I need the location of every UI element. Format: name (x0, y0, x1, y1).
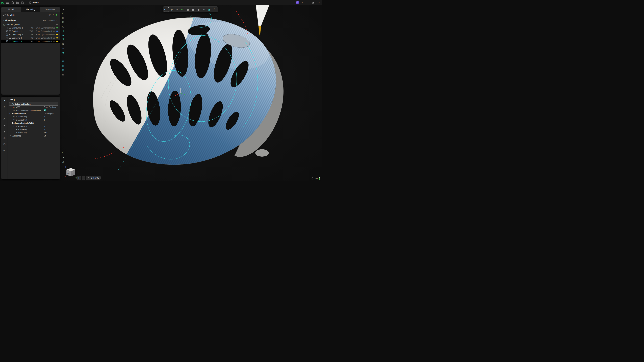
tab-model[interactable]: Model (1, 7, 21, 12)
main-menu-button[interactable] (5, 0, 10, 5)
record-icon[interactable]: ◎ (53, 37, 55, 39)
rail-more-icon[interactable]: ⋯ (2, 148, 6, 152)
axes-map-value[interactable]: Off (44, 135, 46, 137)
group-chevron-icon[interactable]: ▾ (10, 103, 11, 105)
links-settings-icon[interactable]: ⚙ (49, 13, 51, 16)
record-icon[interactable]: ◎ (53, 30, 55, 32)
shaded-sphere-icon[interactable]: ◒ (62, 155, 65, 159)
field-label: Z (AxisZPos) (16, 132, 27, 134)
close-button[interactable]: × (316, 0, 322, 5)
status-dot (56, 27, 58, 28)
side-sim-view-1-icon[interactable]: ▦ (62, 60, 65, 63)
axis-y-row[interactable]: ∕ Y (AxisYPos) 0 (10, 128, 58, 131)
rail-stock-icon[interactable]: ▢ (2, 142, 6, 146)
side-sim-view-3-icon[interactable]: ▦ (62, 68, 65, 72)
side-sim-view-4-icon[interactable]: ▦ (62, 73, 65, 76)
point-cloud-button[interactable]: ⠿ (212, 7, 217, 12)
operation-row-5d-contouring-2[interactable]: 5D Contouring 2 T#3 3mm Cylindrical mill… (1, 33, 60, 36)
tcp-management-row[interactable]: ◎ Tool center point management ✓ (10, 109, 58, 112)
axis-x-value[interactable]: 0 (44, 125, 45, 127)
edit-filter-button[interactable]: ✎ (174, 7, 180, 12)
orbit-icon[interactable]: ◎ (62, 160, 65, 164)
open-file-button[interactable] (15, 0, 20, 5)
variables-button[interactable]: VA (201, 7, 206, 12)
operation-row-5d-contouring-1[interactable]: 5D Contouring 1 T#3 3mm Cylindrical mill… (1, 26, 60, 29)
rail-gear-icon[interactable]: ⚙ (2, 117, 6, 121)
operation-row-5d-surfacing-2[interactable]: 5D Surfacing 2 T#6 3mm Spherical mill ◎ (1, 36, 60, 39)
axis-z-value[interactable]: 680 (44, 132, 47, 134)
calculate-all-button[interactable]: ▶ (56, 14, 58, 16)
rail-move-axes-icon[interactable]: + (2, 123, 6, 127)
frame-select-icon[interactable]: ▢ (62, 151, 65, 154)
side-sim-view-2-icon[interactable]: ▦ (62, 64, 65, 67)
axes-map-group[interactable]: ⇄ Axes map Off (10, 134, 58, 137)
nc-block-button[interactable]: N1 (180, 7, 185, 12)
cs-dropdown-button[interactable]: ▾ (82, 176, 85, 180)
component-blocks-button[interactable]: ▦ (190, 7, 196, 12)
rail-filter-icon[interactable]: ▼ (2, 130, 6, 134)
tab-simulation[interactable]: Simulation (40, 7, 60, 12)
side-circle-dot-icon[interactable]: ◉ (62, 51, 65, 54)
rail-setup-sphere-icon[interactable]: ◑ (2, 99, 6, 103)
add-operation-button[interactable]: Add operation ▾ (43, 19, 58, 21)
rail-probe-target-icon[interactable]: ⌖ (2, 105, 6, 109)
side-stock-box-icon[interactable]: ▢ (62, 25, 65, 28)
side-coolant-icon[interactable]: ◈ (62, 29, 65, 32)
probe-circle-button[interactable]: ◎ (169, 7, 174, 12)
restore-button[interactable] (310, 0, 316, 5)
side-machine-c-icon[interactable]: ▤ (62, 20, 65, 24)
operations-collapse-icon[interactable]: ▾ (3, 19, 4, 21)
wcs-value[interactable]: From Previous (44, 106, 56, 108)
side-machine-b-icon[interactable]: ▥ (62, 16, 65, 19)
app-logo[interactable] (0, 0, 5, 5)
add-cs-button[interactable]: + (76, 176, 81, 180)
notifications-bell-icon[interactable] (311, 177, 314, 180)
links-pending-icon[interactable]: ◷ (52, 13, 54, 16)
account-chevron-icon[interactable]: ▾ (300, 2, 304, 3)
setup-and-tooling-group[interactable]: ▾ 🔧 Setup and tooling (10, 102, 58, 105)
tab-machining[interactable]: Machining (21, 7, 40, 12)
side-auto-a-icon[interactable]: Ⓐ (62, 38, 65, 41)
record-icon[interactable]: ◎ (53, 33, 55, 36)
tool-orientation-group[interactable]: ▾ Tool orientation Click to pick (10, 112, 58, 115)
side-pattern-icon[interactable]: ⊛ (62, 47, 65, 50)
operation-row-5d-surfacing-3-selected[interactable]: 5D Surfacing 3 T#6 3mm Spherical mill ◎ (1, 39, 60, 43)
record-icon[interactable]: ◎ (53, 27, 55, 29)
document-tab[interactable]: Helmet (30, 1, 39, 4)
side-stock-square-icon[interactable]: ▣ (62, 42, 65, 45)
user-avatar[interactable] (296, 1, 299, 4)
side-wave-icon[interactable]: ≈ (62, 55, 65, 58)
tcp-checkbox[interactable]: ✓ (44, 109, 46, 111)
wcs-row[interactable]: WCS From Previous (10, 105, 58, 109)
machine-collapse-icon[interactable]: ⊖ (56, 23, 58, 26)
axis-x-row[interactable]: ∕ X (AxisXPos) 0 (10, 125, 58, 128)
machine-row[interactable]: MAKINO_D800 ⊖ (1, 23, 60, 26)
rail-compass-icon[interactable]: ◔ (2, 111, 6, 115)
rail-globe-icon[interactable]: ◍ (2, 136, 6, 140)
operation-row-5d-surfacing-1[interactable]: 5D Surfacing 1 T#6 3mm Spherical mill ◎ (1, 29, 60, 33)
tool-orientation-value[interactable]: Click to pick (44, 112, 54, 114)
axis-z-row[interactable]: ∕ Z (AxisZPos) 680 (10, 131, 58, 134)
group-chevron-icon[interactable]: ▾ (10, 113, 11, 114)
group-chevron-icon[interactable]: ▾ (10, 122, 11, 124)
axis-y-value[interactable]: 0 (44, 128, 45, 130)
machine-sim-button[interactable]: ▣ (207, 7, 212, 12)
links-toggle[interactable]: ◉ (7, 14, 8, 16)
c-axis-mode-button[interactable]: C⋮ (164, 7, 169, 12)
axis-c-value[interactable]: 0 (44, 119, 45, 121)
axis-b-value[interactable]: 0 (44, 116, 45, 118)
global-cs-button[interactable]: Global CS (86, 176, 101, 180)
side-tool-holder-icon[interactable]: ◆ (62, 33, 65, 37)
axis-c-row[interactable]: ↻ C (AxisCPos) 0 (10, 118, 58, 121)
axis-b-row[interactable]: ↻ B (AxisBPos) 0 (10, 115, 58, 118)
orientation-cube[interactable]: Right Back Z X Y (62, 165, 79, 180)
machine-display-button[interactable]: ▤ (185, 7, 190, 12)
new-file-button[interactable] (10, 0, 15, 5)
grid-table-button[interactable]: ▩ (196, 7, 201, 12)
tool-coordinates-group[interactable]: ▾ Tool coordinates in WCS (10, 121, 58, 125)
minimize-button[interactable]: – (304, 0, 310, 5)
save-file-button[interactable] (20, 0, 25, 5)
record-icon[interactable]: ◎ (53, 40, 55, 42)
side-machine-a-icon[interactable]: ▤ (62, 12, 65, 15)
side-scroll-up-icon[interactable]: ▴ (62, 7, 65, 10)
